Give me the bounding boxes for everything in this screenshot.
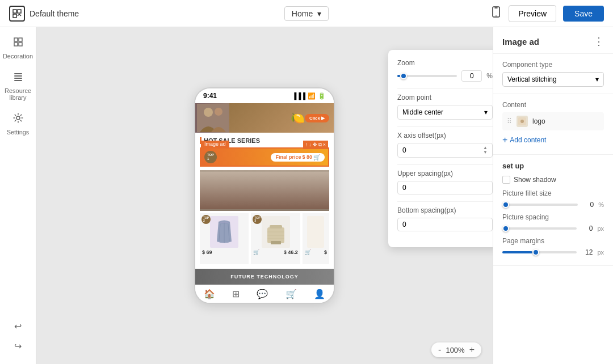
- fillet-unit: %: [598, 201, 604, 208]
- fillet-slider-thumb[interactable]: [502, 201, 509, 208]
- toolbar-delete-icon[interactable]: ×: [323, 142, 326, 148]
- svg-rect-30: [271, 241, 281, 244]
- toolbar-down-icon[interactable]: ↓: [309, 142, 312, 148]
- zoom-point-label: Zoom point: [397, 94, 493, 101]
- svg-rect-0: [13, 10, 16, 13]
- x-axis-down[interactable]: ▼: [483, 150, 488, 155]
- image-ad-label: Image ad: [201, 141, 229, 147]
- component-type-dropdown[interactable]: Vertical stitching ▾: [502, 72, 604, 87]
- phone-mockup: 9:41 ▐▐▐ 📶 🔋: [194, 87, 335, 304]
- svg-rect-6: [14, 38, 18, 41]
- save-button[interactable]: Save: [563, 6, 604, 22]
- mobile-device-icon[interactable]: [490, 6, 502, 20]
- bottom-spacing-input[interactable]: 0: [397, 218, 493, 231]
- app-logo[interactable]: [9, 6, 25, 22]
- signal-icon: ▐▐▐: [292, 92, 305, 99]
- fillet-size-label: Picture fillet size: [502, 189, 604, 197]
- zoom-plus-button[interactable]: +: [469, 345, 475, 355]
- nav-grid-icon[interactable]: ⊞: [232, 289, 240, 299]
- banner-ad: 🍋 Click ▶: [195, 103, 334, 133]
- margins-unit: px: [597, 249, 604, 256]
- upper-spacing-row: Upper spacing(px) 0: [397, 170, 493, 194]
- canvas-zoom-value: 100%: [446, 346, 464, 354]
- toolbar-up-icon[interactable]: ↑: [305, 142, 308, 148]
- topbar: Default theme Home ▾ Preview Save: [0, 0, 613, 27]
- phone-content: 🍋 Click ▶ HOT SALE SERIES Image ad: [195, 103, 334, 285]
- nav-home-icon[interactable]: 🏠: [204, 289, 215, 299]
- zoom-point-select[interactable]: Middle center ▾: [397, 105, 493, 120]
- zoom-slider-track[interactable]: [397, 75, 457, 77]
- zoom-point-value: Middle center: [402, 108, 443, 116]
- spacing-slider-thumb[interactable]: [502, 225, 509, 232]
- decoration-icon: [12, 36, 24, 50]
- toolbar-move-icon[interactable]: ✥: [313, 142, 317, 148]
- video-thumbnail: ▶: [200, 170, 329, 211]
- ad-content: TOP1 Final price $ 80 🛒: [201, 149, 328, 166]
- zoom-percent-label: %: [486, 72, 493, 80]
- drag-handle-icon[interactable]: ⠿: [507, 117, 512, 125]
- product-price-1: $ 69: [202, 249, 212, 255]
- spacing-slider-row: 0 px: [502, 225, 604, 232]
- fillet-slider-row: 0 %: [502, 201, 604, 209]
- show-shadow-checkbox[interactable]: [502, 176, 510, 184]
- nav-chat-icon[interactable]: 💬: [257, 289, 268, 299]
- sidebar-item-resource[interactable]: Resourcelibrary: [0, 66, 36, 105]
- topbar-left: Default theme: [9, 6, 278, 22]
- zoom-value-input[interactable]: 0: [461, 70, 482, 82]
- x-axis-value: 0: [402, 146, 406, 154]
- product-price-2: $ 46.2: [284, 249, 298, 255]
- preview-button[interactable]: Preview: [509, 5, 556, 22]
- product-bottom-2: 🛒 $ 46.2: [253, 249, 297, 255]
- add-icon: +: [502, 135, 507, 145]
- settings-label: Settings: [7, 129, 30, 136]
- zoom-row: Zoom 0 %: [397, 59, 493, 82]
- svg-point-14: [16, 116, 20, 120]
- spacing-value: 0: [581, 225, 593, 232]
- add-content-button[interactable]: + Add content: [502, 133, 604, 147]
- page-dropdown[interactable]: Home ▾: [284, 6, 329, 21]
- redo-button[interactable]: ↪: [11, 337, 25, 355]
- svg-rect-11: [14, 75, 22, 77]
- future-banner-text: FUTURE TECHNOLOGY: [230, 274, 299, 280]
- resource-label: Resourcelibrary: [5, 87, 31, 101]
- wifi-icon: 📶: [308, 92, 316, 100]
- zoom-minus-button[interactable]: -: [438, 345, 441, 355]
- svg-rect-19: [200, 172, 329, 209]
- main-layout: Decoration Resourcelibrary Settings: [0, 27, 613, 364]
- fillet-slider-track[interactable]: [502, 204, 578, 206]
- right-panel: Image ad ⋮ Component type Vertical stitc…: [493, 27, 613, 364]
- phone-status-bar: 9:41 ▐▐▐ 📶 🔋: [195, 88, 334, 103]
- product-bottom-3: 🛒 $: [305, 249, 327, 255]
- svg-rect-10: [14, 73, 22, 74]
- status-time: 9:41: [203, 92, 217, 100]
- nav-user-icon[interactable]: 👤: [314, 289, 325, 299]
- component-type-value: Vertical stitching: [507, 75, 557, 83]
- content-section: Content ⠿ logo + Add content: [493, 94, 613, 155]
- margins-slider-track[interactable]: [502, 251, 577, 253]
- toolbar-copy-icon[interactable]: ⧉: [318, 142, 322, 148]
- panel-menu-icon[interactable]: ⋮: [594, 35, 604, 48]
- show-shadow-label: Show shadow: [514, 176, 556, 184]
- content-logo-label: logo: [532, 117, 545, 125]
- banner-click-btn[interactable]: Click ▶: [305, 114, 329, 122]
- x-axis-input[interactable]: 0 ▲ ▼: [397, 143, 493, 158]
- undo-button[interactable]: ↩: [11, 318, 25, 335]
- panel-header: Image ad ⋮: [493, 27, 613, 54]
- component-type-arrow: ▾: [595, 75, 599, 83]
- nav-cart-icon[interactable]: 🛒: [285, 289, 297, 299]
- component-type-section: Component type Vertical stitching ▾: [493, 54, 613, 94]
- margins-slider-thumb[interactable]: [532, 249, 539, 256]
- svg-rect-9: [19, 43, 22, 46]
- product-card-3: 🛒 $: [303, 213, 329, 264]
- show-shadow-row: Show shadow: [502, 176, 604, 184]
- sidebar-item-decoration[interactable]: Decoration: [0, 32, 36, 64]
- product-bottom-1: $ 69: [202, 249, 246, 255]
- banner-promo: 🍋 Click ▶: [229, 111, 334, 125]
- upper-spacing-input[interactable]: 0: [397, 181, 493, 194]
- zoom-slider-thumb[interactable]: [400, 73, 407, 79]
- sidebar-item-settings[interactable]: Settings: [0, 108, 36, 140]
- app-title: Default theme: [30, 9, 79, 18]
- spacing-slider-track[interactable]: [502, 227, 577, 230]
- svg-point-17: [215, 108, 222, 116]
- product-image-3: [305, 215, 327, 248]
